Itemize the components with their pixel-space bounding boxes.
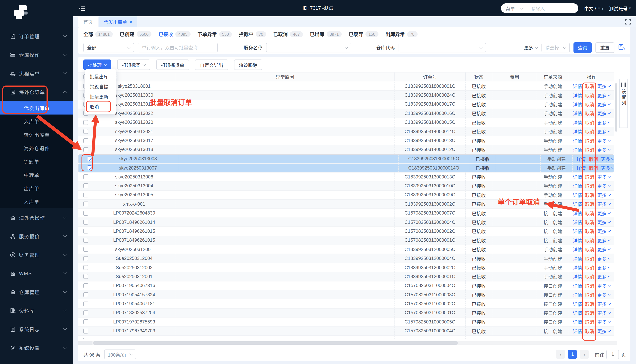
detail-link[interactable]: 详情 — [573, 119, 582, 126]
detail-link[interactable]: 详情 — [573, 255, 582, 262]
row-checkbox[interactable] — [83, 338, 88, 339]
print-label-button[interactable]: 打印标签 — [117, 60, 150, 70]
cancel-link[interactable]: 取消 — [585, 291, 594, 298]
status-tab-shipped[interactable]: 已出库3971 — [310, 30, 342, 38]
more-link[interactable]: 更多 — [601, 156, 614, 162]
more-link[interactable]: 更多 — [597, 291, 610, 298]
dropdown-item-cancel[interactable]: 取消 — [85, 102, 116, 112]
goto-page-input[interactable]: 1 — [606, 350, 619, 359]
cancel-link[interactable]: 取消 — [585, 255, 594, 262]
sidebar-item-overseas-warehouse-ops[interactable]: 海外仓操作 — [0, 208, 73, 227]
track-trace-button[interactable]: 轨迹跟踪 — [234, 60, 262, 70]
sidebar-item-first-leg-waybill[interactable]: 头程运单 — [0, 64, 73, 82]
tab-home[interactable]: 首页 — [78, 16, 98, 27]
more-link[interactable]: 更多 — [597, 282, 610, 289]
header-menu-select[interactable]: 菜单 — [501, 5, 526, 11]
detail-link[interactable]: 详情 — [573, 300, 582, 307]
row-checkbox[interactable] — [83, 202, 88, 206]
more-link[interactable]: 更多 — [597, 228, 610, 235]
custom-export-button[interactable]: 自定义导出 — [195, 60, 228, 70]
cancel-link[interactable]: 取消 — [585, 137, 594, 144]
sidebar-item-inbound[interactable]: 入库单 — [0, 114, 73, 128]
cancel-link[interactable]: 取消 — [585, 101, 594, 108]
more-link[interactable]: 更多 — [597, 119, 610, 126]
search-button[interactable]: 查询 — [573, 42, 592, 52]
detail-link[interactable]: 详情 — [573, 246, 582, 253]
cancel-link[interactable]: 取消 — [585, 173, 594, 180]
cancel-link[interactable]: 取消 — [585, 264, 594, 271]
cancel-link[interactable]: 取消 — [585, 200, 594, 208]
status-tab-discarded[interactable]: 已废弃150 — [349, 30, 378, 38]
status-tab-intercepting[interactable]: 拦截中70 — [239, 30, 266, 38]
horizontal-scrollbar-thumb[interactable] — [93, 341, 458, 345]
page-size-select[interactable]: 100条/页 — [104, 350, 136, 359]
warehouse-code-select[interactable] — [399, 42, 486, 52]
row-checkbox[interactable] — [83, 229, 88, 234]
lang-zh[interactable]: 中文 — [584, 6, 593, 11]
row-checkbox[interactable] — [87, 156, 92, 161]
row-checkbox[interactable] — [87, 166, 92, 170]
row-checkbox[interactable] — [83, 138, 88, 143]
sidebar-item-system-logs[interactable]: 系统日志 — [0, 320, 73, 338]
status-tab-order-exception[interactable]: 下单异常550 — [197, 30, 232, 38]
cancel-link[interactable]: 取消 — [585, 82, 594, 90]
service-name-select[interactable] — [266, 42, 351, 52]
batch-process-button[interactable]: 批处理 — [83, 60, 111, 70]
row-checkbox[interactable] — [83, 147, 88, 152]
tab-dropship-outbound[interactable]: 代发出库单× — [99, 16, 137, 27]
sidebar-item-transit-order[interactable]: 中转单 — [0, 168, 73, 182]
row-checkbox[interactable] — [83, 129, 88, 134]
cancel-link[interactable]: 取消 — [585, 309, 594, 316]
page-number-button[interactable]: 1 — [568, 350, 577, 359]
cancel-link[interactable]: 取消 — [585, 273, 594, 280]
next-page-button[interactable]: › — [580, 350, 589, 359]
sidebar-item-finance-management[interactable]: 财务管理 — [0, 246, 73, 264]
more-link[interactable]: 更多 — [597, 200, 610, 208]
sidebar-item-system-settings[interactable]: 系统设置 — [0, 338, 73, 357]
detail-link[interactable]: 详情 — [573, 146, 582, 153]
detail-link[interactable]: 详情 — [573, 291, 582, 298]
more-link[interactable]: 更多 — [597, 182, 610, 190]
vertical-scrollbar-thumb[interactable] — [615, 83, 617, 132]
print-picking-list-button[interactable]: 打印拣货单 — [156, 60, 189, 70]
status-tab-outbound-exception[interactable]: 出库异常78 — [385, 30, 418, 38]
cancel-link[interactable]: 取消 — [589, 164, 598, 172]
status-tab-cancelled[interactable]: 已取消467 — [273, 30, 303, 38]
close-icon[interactable]: × — [130, 20, 132, 24]
cancel-link[interactable]: 取消 — [585, 210, 594, 216]
cancel-link[interactable]: 取消 — [585, 146, 594, 153]
row-checkbox[interactable] — [83, 283, 88, 288]
more-link[interactable]: 更多 — [597, 192, 610, 198]
detail-link[interactable]: 详情 — [573, 210, 582, 216]
cancel-link[interactable]: 取消 — [585, 192, 594, 198]
cancel-link[interactable]: 取消 — [589, 156, 598, 162]
sidebar-item-dropship-outbound[interactable]: 代发出库单 — [0, 101, 73, 114]
more-link[interactable]: 更多 — [597, 110, 610, 117]
row-checkbox[interactable] — [83, 220, 88, 224]
account-menu[interactable]: 测试账号 ▾ — [609, 5, 631, 12]
more-link[interactable]: 更多 — [597, 82, 610, 90]
status-tab-all[interactable]: 全部14881 — [83, 30, 113, 38]
more-link[interactable]: 更多 — [597, 328, 610, 334]
more-filters-toggle[interactable]: 更多 — [524, 44, 538, 51]
row-checkbox[interactable] — [83, 120, 88, 125]
cancel-link[interactable]: 取消 — [585, 228, 594, 235]
detail-link[interactable]: 详情 — [573, 110, 582, 117]
cancel-link[interactable]: 取消 — [585, 92, 594, 99]
detail-link[interactable]: 详情 — [576, 156, 586, 162]
more-link[interactable]: 更多 — [597, 237, 610, 244]
row-checkbox[interactable] — [83, 256, 88, 261]
search-type-select[interactable]: 全部 — [83, 42, 134, 52]
more-link[interactable]: 更多 — [597, 146, 610, 153]
detail-link[interactable]: 详情 — [573, 92, 582, 99]
row-checkbox[interactable] — [83, 174, 88, 179]
cancel-link[interactable]: 取消 — [585, 300, 594, 307]
cancel-link[interactable]: 取消 — [585, 328, 594, 334]
cancel-link[interactable]: 取消 — [585, 128, 594, 135]
row-checkbox[interactable] — [83, 184, 88, 188]
sidebar-item-service-quotation[interactable]: 服务报价 — [0, 227, 73, 246]
sidebar-item-destroy-order[interactable]: 销毁单 — [0, 155, 73, 168]
dropdown-item-destroy-self-pickup[interactable]: 销毁自提 — [85, 82, 116, 92]
detail-link[interactable]: 详情 — [573, 128, 582, 135]
cancel-link[interactable]: 取消 — [585, 282, 594, 289]
